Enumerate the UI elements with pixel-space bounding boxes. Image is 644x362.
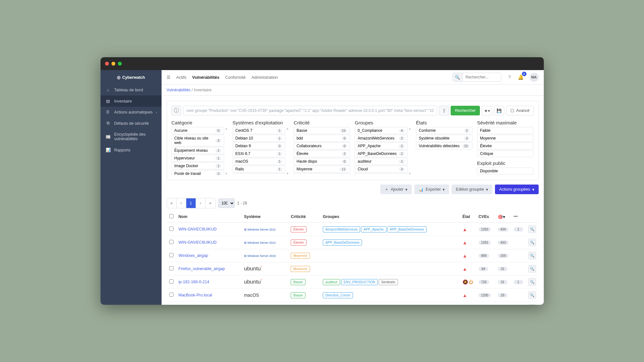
facet-item[interactable]: Collaborateurs0 — [294, 142, 350, 149]
bell-icon[interactable]: 🔔 2 — [518, 74, 524, 80]
group-tag[interactable]: auditeur — [323, 279, 340, 285]
global-search[interactable]: 🔍 — [453, 73, 501, 82]
col-target-icon[interactable]: 🎯▾ — [495, 211, 511, 223]
sidebar-item-rapports[interactable]: 📊Rapports — [101, 144, 162, 156]
facet-item[interactable]: Disponible — [477, 167, 534, 175]
advanced-button[interactable]: ☐ Avancé — [506, 106, 534, 115]
help-icon[interactable]: ？ — [507, 74, 512, 80]
group-tag[interactable]: APP_Apache — [361, 226, 386, 232]
facet-item[interactable]: Cloud3 — [355, 166, 407, 173]
pager-prev[interactable]: ‹ — [177, 198, 186, 208]
facet-item[interactable]: AmazonWebServices2 — [355, 135, 407, 142]
scroll-indicator[interactable]: ▲▼ — [286, 127, 289, 175]
facet-item[interactable]: Moyenne11 — [294, 166, 350, 173]
facet-item[interactable]: Conforme2 — [416, 127, 472, 134]
asset-link[interactable]: Firefox_vulnerable_airgap — [179, 267, 225, 271]
col-name[interactable]: Nom — [176, 211, 242, 223]
facet-item[interactable]: Direction_Comm1 — [355, 173, 407, 175]
sidebar-item-actions-automatiques[interactable]: 🗓Actions automatiques‹ — [101, 107, 162, 118]
facet-item[interactable]: Élevée2 — [294, 150, 350, 157]
col-system[interactable]: Système — [242, 211, 288, 223]
search-button[interactable]: Rechercher — [451, 106, 480, 115]
facet-item[interactable]: Poste de travail3 — [172, 170, 224, 175]
facet-item[interactable]: Debian 93 — [233, 142, 285, 149]
row-checkbox[interactable] — [169, 279, 173, 284]
hamburger-icon[interactable]: ☰ — [167, 75, 171, 80]
save-search-button[interactable]: 💾 — [494, 106, 504, 115]
facet-item[interactable]: Cible réseau ou site web3 — [172, 135, 224, 146]
pager-first[interactable]: « — [167, 198, 177, 208]
scroll-indicator[interactable]: ▲▼ — [408, 127, 411, 175]
close-icon[interactable] — [105, 62, 109, 66]
facet-item[interactable]: Debian 101 — [233, 135, 285, 142]
tab-actifs[interactable]: Actifs — [176, 75, 187, 80]
facet-item[interactable]: Privacy0 — [294, 173, 350, 175]
facet-item[interactable]: 0_Compliance4 — [355, 127, 407, 134]
bulk-actions-button[interactable]: Actions groupées ▾ — [495, 185, 539, 194]
row-checkbox[interactable] — [169, 253, 173, 257]
group-tag[interactable]: ENV_PRODUCTION — [341, 279, 378, 285]
facet-item[interactable]: CentOS 71 — [233, 127, 285, 134]
filter-search-input[interactable] — [183, 106, 437, 115]
search-input[interactable] — [463, 73, 501, 81]
facet-item[interactable]: Élevée — [477, 142, 534, 149]
facet-item[interactable]: Rails1 — [233, 166, 285, 173]
row-checkbox[interactable] — [169, 240, 173, 244]
sidebar-item-inventaire[interactable]: ▤Inventaire — [101, 95, 162, 107]
col-groups[interactable]: Groupes — [320, 211, 460, 223]
group-tag[interactable]: Direction_Comm — [323, 292, 353, 298]
maximize-icon[interactable] — [118, 62, 122, 66]
facet-item[interactable]: Aucune0 — [172, 127, 224, 134]
facet-item[interactable]: Haute dispo0 — [294, 158, 350, 165]
minimize-icon[interactable] — [111, 62, 115, 66]
facet-item[interactable]: auditeur1 — [355, 158, 407, 165]
info-icon[interactable]: ⓘ — [172, 106, 181, 115]
breadcrumb-parent[interactable]: Vulnérabilités — [167, 88, 191, 92]
tab-conformité[interactable]: Conformité — [225, 75, 246, 80]
asset-link[interactable]: MacBook-Pro.local — [179, 293, 212, 297]
facet-item[interactable]: Équipement réseau2 — [172, 147, 224, 154]
facet-item[interactable]: ESXi 6.71 — [233, 150, 285, 157]
row-inspect-icon[interactable]: 🔍 — [528, 304, 536, 305]
facet-item[interactable]: bdd0 — [294, 135, 350, 142]
group-tag[interactable]: Sentinelo — [379, 279, 398, 285]
group-tag[interactable]: APP_BaseDeDonnees — [323, 240, 362, 246]
facet-item[interactable]: Stormshield1 — [233, 173, 285, 175]
export-button[interactable]: 📊 Exporter ▾ — [414, 185, 449, 194]
facet-item[interactable]: Hyperviseur1 — [172, 155, 224, 162]
sidebar-item-encyclop-die-des-vuln-rabilit-s[interactable]: 📰Encyclopédie des vulnérabilités — [101, 129, 162, 144]
row-inspect-icon[interactable]: 🔍 — [528, 239, 536, 246]
row-checkbox[interactable] — [169, 266, 173, 270]
row-inspect-icon[interactable]: 🔍 — [528, 252, 536, 259]
facet-item[interactable]: Critique — [477, 150, 534, 157]
facet-item[interactable]: Faible — [477, 127, 534, 134]
facet-item[interactable]: APP_BaseDeDonnees2 — [355, 150, 407, 157]
pager-last[interactable]: » — [206, 198, 215, 208]
col-activity-icon[interactable]: 〰 — [511, 211, 526, 223]
sidebar-item-d-fauts-de-s-curit-[interactable]: ⧉Défauts de sécurité — [101, 118, 162, 129]
facet-item[interactable]: APP_Apache2 — [355, 142, 407, 149]
group-tag[interactable]: AmazonWebServices — [323, 226, 360, 232]
pager-page[interactable]: 1 — [186, 198, 196, 208]
per-page-select[interactable]: 100 — [218, 198, 235, 208]
row-inspect-icon[interactable]: 🔍 — [528, 265, 536, 273]
facet-item[interactable]: Image Docker1 — [172, 162, 224, 169]
bulk-edit-button[interactable]: Edition groupée ▾ — [452, 185, 492, 194]
scroll-indicator[interactable]: ▲▼ — [225, 127, 228, 175]
tab-vulnérabilités[interactable]: Vulnérabilités — [192, 75, 219, 80]
row-checkbox[interactable] — [169, 227, 173, 231]
asset-link[interactable]: Windows_airgap — [179, 253, 208, 258]
row-checkbox[interactable] — [169, 293, 173, 297]
facet-item[interactable]: Moyenne — [477, 135, 534, 142]
upload-icon[interactable]: ⇪ — [439, 106, 449, 115]
avatar[interactable]: MA — [530, 73, 539, 82]
tab-administration[interactable]: Administration — [251, 75, 278, 80]
asset-link[interactable]: ip-192-168-0-214 — [179, 280, 209, 284]
row-inspect-icon[interactable]: 🔍 — [528, 291, 536, 299]
favorite-button[interactable]: ★▾ — [482, 106, 492, 115]
row-inspect-icon[interactable]: 🔍 — [528, 225, 536, 233]
facet-item[interactable]: Système obsolète3 — [416, 135, 472, 142]
row-inspect-icon[interactable]: 🔍 — [528, 278, 536, 286]
asset-link[interactable]: WIN-GNVEC8UIKUD — [179, 240, 217, 245]
select-all-checkbox[interactable] — [169, 214, 173, 218]
